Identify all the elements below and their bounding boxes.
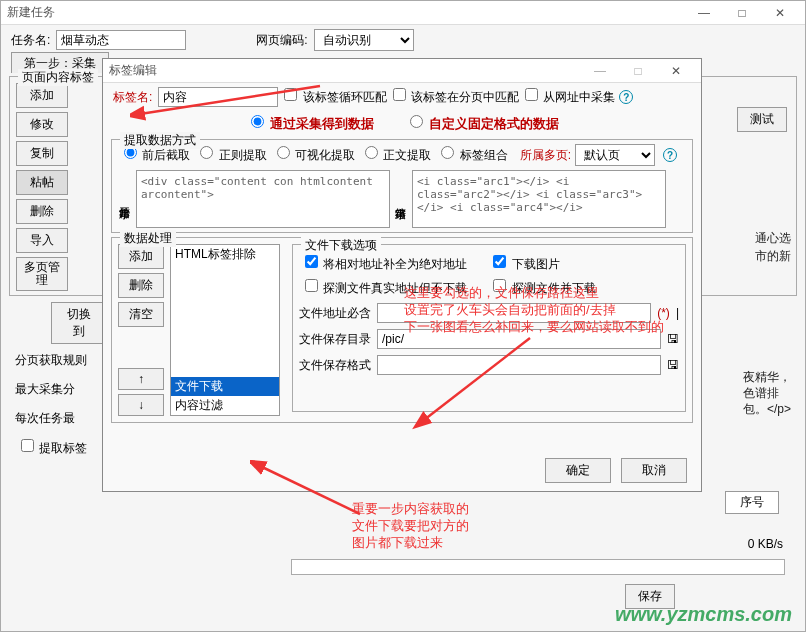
list-item[interactable]: 内容过滤 [171, 396, 279, 415]
end-textarea[interactable]: <i class="arc1"></i> <i class="arc2"></i… [412, 170, 666, 228]
main-title: 新建任务 [7, 4, 685, 21]
save-input[interactable] [377, 329, 661, 349]
ok-btn[interactable]: 确定 [545, 458, 611, 483]
taskname-label: 任务名: [11, 32, 50, 49]
proc-clear[interactable]: 清空 [118, 302, 164, 327]
chk-loop[interactable]: 该标签循环匹配 [278, 88, 386, 106]
fmt-input[interactable] [377, 355, 661, 375]
encoding-select[interactable]: 自动识别 [314, 29, 414, 51]
dialog-max[interactable]: □ [619, 60, 657, 82]
pipe-icon[interactable]: | [676, 306, 679, 320]
list-item[interactable]: HTML标签排除 [171, 245, 279, 264]
help-icon[interactable]: ? [663, 148, 677, 162]
proc-add[interactable]: 添加 [118, 244, 164, 269]
test-btn[interactable]: 测试 [737, 107, 787, 132]
disk-icon[interactable]: 🖫 [667, 332, 679, 346]
dialog-close[interactable]: ✕ [657, 60, 695, 82]
up-btn[interactable]: ↑ [118, 368, 164, 390]
proc-del[interactable]: 删除 [118, 273, 164, 298]
down-btn[interactable]: ↓ [118, 394, 164, 416]
cancel-btn[interactable]: 取消 [621, 458, 687, 483]
start-textarea[interactable]: <div class="content con htmlcontent arco… [136, 170, 390, 228]
addr-input[interactable] [377, 303, 651, 323]
add-btn[interactable]: 添加 [16, 83, 68, 108]
chk-probedl[interactable]: 探测文件并下载 [487, 279, 595, 297]
chk-dl[interactable]: 下载图片 [487, 255, 559, 273]
chk-abs[interactable]: 将相对地址补全为绝对地址 [299, 255, 467, 273]
r-content[interactable]: 正文提取 [359, 146, 431, 164]
multi-btn[interactable]: 多页管理 [16, 257, 68, 291]
dialog-min[interactable]: — [581, 60, 619, 82]
help-icon[interactable]: ? [619, 90, 633, 104]
tagname-label: 标签名: [113, 89, 152, 106]
radio-custom[interactable]: 自定义固定格式的数据 [404, 115, 559, 133]
copy-btn[interactable]: 复制 [16, 141, 68, 166]
minimize-btn[interactable]: — [685, 2, 723, 24]
chk-probe[interactable]: 探测文件真实地址但不下载 [299, 279, 467, 297]
switch-btn[interactable]: 切换到 [51, 302, 107, 344]
radio-collect[interactable]: 通过采集得到数据 [245, 115, 374, 133]
fmt-label: 文件保存格式 [299, 357, 371, 374]
seq-header: 序号 [725, 491, 779, 514]
proc-group: 数据处理 [120, 230, 176, 247]
r-combo[interactable]: 标签组合 [435, 146, 507, 164]
start-label: 开始字符串 [118, 170, 132, 228]
addr-label: 文件地址必含 [299, 305, 371, 322]
speed-label: 0 KB/s [748, 537, 783, 551]
extract-group: 提取数据方式 [120, 132, 200, 149]
chk-url[interactable]: 从网址中采集 [519, 88, 615, 106]
list-item[interactable]: 文件下载 [171, 377, 279, 396]
paste-btn[interactable]: 粘帖 [16, 170, 68, 195]
import-btn[interactable]: 导入 [16, 228, 68, 253]
chk-paging[interactable]: 该标签在分页中匹配 [387, 88, 519, 106]
brand-watermark: www.yzmcms.com [615, 603, 792, 626]
multi-select[interactable]: 默认页 [575, 144, 655, 166]
file-group: 文件下载选项 [301, 237, 381, 254]
r-visual[interactable]: 可视化提取 [271, 146, 355, 164]
delete-btn[interactable]: 删除 [16, 199, 68, 224]
r-regex[interactable]: 正则提取 [194, 146, 266, 164]
end-label: 结束字符串 [394, 170, 408, 228]
page-tag-group: 页面内容标签 [18, 69, 98, 86]
encoding-label: 网页编码: [256, 32, 307, 49]
save-label: 文件保存目录 [299, 331, 371, 348]
edit-btn[interactable]: 修改 [16, 112, 68, 137]
tagname-input[interactable] [158, 87, 278, 107]
disk-icon[interactable]: 🖫 [667, 358, 679, 372]
maximize-btn[interactable]: □ [723, 2, 761, 24]
multi-label: 所属多页: [520, 147, 571, 164]
taskname-input[interactable] [56, 30, 186, 50]
dialog-title: 标签编辑 [109, 62, 581, 79]
close-btn[interactable]: ✕ [761, 2, 799, 24]
